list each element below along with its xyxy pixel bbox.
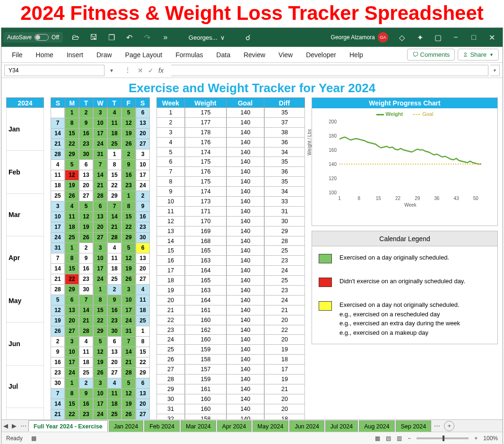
overflow-icon[interactable]: » <box>156 30 174 45</box>
document-name[interactable]: Georges... ∨ <box>189 34 225 41</box>
wt-cell[interactable]: 19 <box>156 286 185 296</box>
wt-cell[interactable]: 140 <box>226 217 264 226</box>
calendar-cell[interactable]: 2 <box>136 191 150 201</box>
ribbon-tab-file[interactable]: File <box>5 47 29 62</box>
calendar-cell[interactable]: 11 <box>79 347 93 357</box>
calendar-cell[interactable]: 19 <box>65 181 79 191</box>
wt-cell[interactable]: 176 <box>185 167 226 177</box>
wt-cell[interactable]: 140 <box>226 325 264 335</box>
calendar-cell[interactable]: 26 <box>122 139 136 149</box>
ribbon-tab-insert[interactable]: Insert <box>60 47 90 62</box>
calendar-cell[interactable]: 28 <box>93 191 107 201</box>
calendar-cell[interactable]: 10 <box>51 212 65 222</box>
calendar-cell[interactable]: 17 <box>93 264 107 274</box>
calendar-cell[interactable]: 27 <box>93 233 107 243</box>
calendar-cell[interactable]: 2 <box>79 108 93 118</box>
wt-cell[interactable]: 23 <box>156 325 185 335</box>
calendar-cell[interactable]: 4 <box>107 108 122 118</box>
wt-cell[interactable]: 171 <box>185 207 226 217</box>
calendar-cell[interactable]: 31 <box>51 243 65 253</box>
calendar-cell[interactable]: 16 <box>51 357 65 368</box>
wt-cell[interactable]: 140 <box>226 404 264 414</box>
wt-cell[interactable]: 163 <box>185 256 226 266</box>
wt-cell[interactable]: 21 <box>264 384 305 394</box>
calendar-cell[interactable]: 19 <box>122 129 136 139</box>
wt-cell[interactable]: 140 <box>226 374 264 384</box>
calendar-cell[interactable]: 7 <box>79 295 93 305</box>
formula-expand[interactable]: ▾ <box>490 65 500 76</box>
wt-cell[interactable]: 140 <box>226 226 264 236</box>
calendar-cell[interactable]: 16 <box>79 129 93 139</box>
wt-cell[interactable]: 34 <box>264 187 305 197</box>
calendar-cell[interactable]: 9 <box>79 253 93 264</box>
wt-cell[interactable]: 23 <box>264 256 305 266</box>
calendar-cell[interactable]: 11 <box>136 295 150 305</box>
calendar-cell[interactable]: 27 <box>136 409 150 420</box>
wt-cell[interactable]: 140 <box>226 236 264 246</box>
calendar-cell[interactable]: 2 <box>122 149 136 160</box>
calendar-cell[interactable]: 7 <box>51 253 65 264</box>
calendar-cell[interactable]: 7 <box>51 389 65 399</box>
calendar-cell[interactable]: 14 <box>93 170 107 181</box>
calendar-cell[interactable]: 7 <box>51 118 65 129</box>
calendar-cell[interactable]: 15 <box>122 212 136 222</box>
ribbon-tab-home[interactable]: Home <box>29 47 60 62</box>
wt-cell[interactable]: 31 <box>264 207 305 217</box>
calendar-cell[interactable]: 5 <box>93 337 107 347</box>
wt-cell[interactable]: 174 <box>185 148 226 157</box>
wt-cell[interactable]: 16 <box>156 256 185 266</box>
calendar-cell[interactable]: 28 <box>51 149 65 160</box>
wt-cell[interactable]: 36 <box>264 138 305 148</box>
calendar-cell[interactable]: 15 <box>93 305 107 316</box>
calendar-cell[interactable]: 25 <box>107 139 122 149</box>
wt-cell[interactable]: 23 <box>264 286 305 296</box>
calendar-cell[interactable]: 25 <box>107 409 122 420</box>
calendar-cell[interactable]: 5 <box>65 160 79 170</box>
wt-cell[interactable]: 7 <box>156 167 185 177</box>
calendar-cell[interactable]: 30 <box>79 285 93 295</box>
calendar-cell[interactable]: 12 <box>122 389 136 399</box>
calendar-cell[interactable]: 13 <box>136 389 150 399</box>
wt-cell[interactable]: 20 <box>264 394 305 404</box>
ribbon-tab-data[interactable]: Data <box>210 47 237 62</box>
calendar-cell[interactable]: 17 <box>136 170 150 181</box>
calendar-cell[interactable]: 3 <box>51 201 65 212</box>
wt-cell[interactable]: 37 <box>264 118 305 128</box>
save-icon[interactable]: 🖫 <box>85 30 103 45</box>
calendar-cell[interactable]: 10 <box>65 347 79 357</box>
calendar-cell[interactable]: 2 <box>79 243 93 253</box>
calendar-cell[interactable]: 29 <box>93 326 107 337</box>
calendar-cell[interactable]: 6 <box>136 108 150 118</box>
formula-input[interactable] <box>171 65 488 76</box>
autosave-toggle[interactable]: AutoSave Off <box>3 32 63 43</box>
sheet-tab[interactable]: Mar 2024 <box>181 420 216 432</box>
tab-more-icon[interactable]: ⋯ <box>18 422 28 429</box>
wt-cell[interactable]: 140 <box>226 286 264 296</box>
wt-cell[interactable]: 6 <box>156 157 185 167</box>
calendar-cell[interactable]: 5 <box>51 295 65 305</box>
calendar-cell[interactable]: 18 <box>107 264 122 274</box>
calendar-cell[interactable]: 18 <box>107 129 122 139</box>
calendar-cell[interactable]: 30 <box>79 149 93 160</box>
wt-cell[interactable]: 140 <box>226 335 264 345</box>
calendar-cell[interactable]: 17 <box>93 129 107 139</box>
calendar-cell[interactable]: 11 <box>107 118 122 129</box>
calendar-cell[interactable]: 10 <box>136 160 150 170</box>
calendar-cell[interactable]: 7 <box>93 160 107 170</box>
wt-cell[interactable]: 140 <box>226 394 264 404</box>
calendar-cell[interactable]: 24 <box>51 233 65 243</box>
wt-cell[interactable]: 177 <box>185 118 226 128</box>
wt-cell[interactable]: 10 <box>156 197 185 207</box>
sheet-tab-active[interactable]: Full Year 2024 - Exercise <box>28 420 108 432</box>
calendar-cell[interactable]: 6 <box>136 243 150 253</box>
calendar-cell[interactable]: 30 <box>136 233 150 243</box>
calendar-cell[interactable]: 27 <box>107 368 122 378</box>
wt-cell[interactable]: 140 <box>226 207 264 217</box>
calendar-cell[interactable]: 20 <box>136 399 150 409</box>
wt-cell[interactable]: 160 <box>185 394 226 404</box>
cancel-icon[interactable]: ✕ <box>138 67 143 74</box>
avatar[interactable]: GA <box>378 32 388 43</box>
calendar-cell[interactable]: 16 <box>107 305 122 316</box>
maximize-icon[interactable]: □ <box>465 30 483 45</box>
calendar-cell[interactable]: 2 <box>51 337 65 347</box>
